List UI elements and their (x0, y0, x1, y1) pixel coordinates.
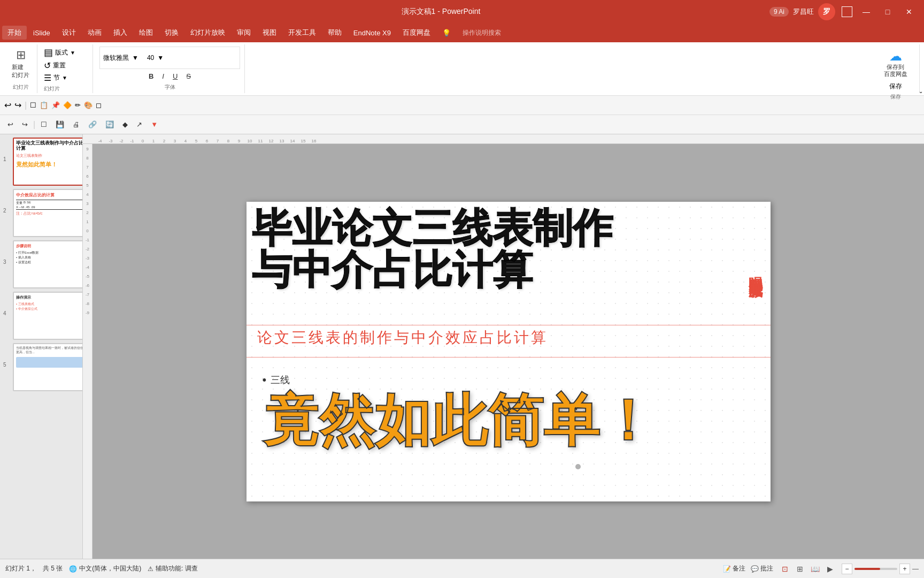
menu-item-developer[interactable]: 开发工具 (283, 26, 321, 40)
font-dropdown-arrow[interactable]: ▼ (132, 54, 138, 62)
slideshow-button[interactable]: ▶ (823, 562, 836, 575)
v-ruler-mark: -3 (86, 256, 89, 261)
menu-item-review[interactable]: 审阅 (232, 26, 256, 40)
zoom-slider[interactable] (854, 568, 897, 570)
slide-thumb-4[interactable]: 操作演示 • 三线表格式• 中介效应公式 (13, 292, 83, 340)
minimize-button[interactable]: — (857, 4, 876, 19)
v-ruler-mark: 5 (86, 183, 88, 188)
ribbon-expand-button[interactable]: ⌄ (919, 88, 923, 94)
slide-thumb-content-5: 当机器视角与调查结果相一致时，被试者的信任更高，但当... (14, 344, 83, 390)
v-ruler-mark: 7 (86, 165, 88, 170)
tool-print[interactable]: 🖨 (70, 119, 83, 130)
menu-item-slideshow[interactable]: 幻灯片放映 (185, 26, 230, 40)
menu-item-start[interactable]: 开始 (2, 26, 27, 40)
guide-line-h1 (247, 325, 771, 325)
menu-item-animation[interactable]: 动画 (82, 26, 107, 40)
tool-rotate[interactable]: 🔄 (102, 119, 117, 130)
format-button2[interactable]: 📋 (40, 101, 48, 109)
slide-content[interactable]: 毕业论文三线表制作 与中介占比计算 论文三线表的制作与中介效应占比计算 • 三线 (247, 202, 771, 501)
italic-button[interactable]: I (159, 71, 167, 81)
slide-main-title[interactable]: 毕业论文三线表制作 与中介占比计算 (252, 207, 744, 292)
accessibility-icon: ⚠ (148, 565, 153, 573)
close-button[interactable]: ✕ (899, 4, 919, 19)
menu-item-baidu[interactable]: 百度网盘 (397, 26, 436, 40)
slides-group-label: 幻灯片 (13, 81, 29, 91)
ruler-mark: 9 (234, 139, 244, 143)
font-selector[interactable]: 微软雅黑 ▼ 40 ▼ (99, 47, 240, 69)
v-ruler-mark: 9 (86, 147, 88, 151)
eraser-button[interactable]: ◻ (96, 101, 102, 109)
ruler-mark: -4 (95, 139, 105, 143)
color-button[interactable]: 🎨 (84, 101, 93, 109)
menu-item-help[interactable]: 帮助 (322, 26, 347, 40)
new-slide-button[interactable]: ⊞ 新建幻灯片 (9, 47, 33, 81)
slide-thumb-2[interactable]: 中介效应占比的计算 变量BSE X→M.45.09 注：占比=a×b/c (13, 189, 83, 237)
reading-view-button[interactable]: 📖 (808, 562, 821, 575)
thumb5-content: 当机器视角与调查结果相一致时，被试者的信任更高，但当... (16, 346, 83, 355)
shapes-button[interactable]: 🔶 (63, 101, 72, 109)
zoom-slider-area: − + — (842, 564, 919, 574)
thumb3-content: • 打开Excel数据• 插入表格• 设置边框 (16, 250, 83, 265)
slide-thumb-3[interactable]: 步骤说明 • 打开Excel数据• 插入表格• 设置边框 (13, 240, 83, 288)
notes-button[interactable]: 📝 备注 (723, 564, 745, 573)
slide-thumb-5[interactable]: 当机器视角与调查结果相一致时，被试者的信任更高，但当... (13, 343, 83, 391)
paste-button[interactable]: 📌 (51, 101, 60, 109)
thumb4-title: 操作演示 (16, 295, 83, 300)
strikethrough-button[interactable]: S (183, 71, 194, 81)
maximize-button[interactable]: □ (878, 4, 897, 19)
bold-button[interactable]: B (145, 71, 157, 81)
ad-text-right: 喝着肥仔水喊减肥 (748, 266, 764, 275)
tool-redo2[interactable]: ↪ (19, 119, 31, 130)
zoom-out-button[interactable]: − (842, 564, 852, 574)
avatar[interactable]: 罗 (818, 3, 835, 20)
slide-subtitle[interactable]: 论文三线表的制作与中介效应占比计算 (257, 328, 744, 348)
menu-item-view[interactable]: 视图 (257, 26, 282, 40)
redo-button[interactable]: ↪ (14, 100, 21, 110)
tool-diamond[interactable]: ◆ (119, 119, 131, 130)
slide-thumb-1[interactable]: 毕业论文三线表制作与中介占比计算 论文三线表制作 竟然如此简单！ (13, 138, 83, 186)
select-all-button[interactable]: ☐ (30, 101, 36, 109)
v-ruler-mark: -4 (86, 265, 89, 270)
pen-button[interactable]: ✏ (75, 101, 81, 109)
tool-link[interactable]: 🔗 (85, 119, 100, 130)
zoom-in-button[interactable]: + (899, 564, 910, 574)
menu-item-islide[interactable]: iSlide (28, 27, 56, 39)
comments-button[interactable]: 💬 批注 (751, 564, 773, 573)
undo-button[interactable]: ↩ (4, 100, 11, 110)
ribbon-group-save: ☁ 保存到百度网盘 保存 保存 (872, 44, 920, 93)
tool-arrow[interactable]: ↗ (133, 119, 145, 130)
save-button[interactable]: 保存 (889, 82, 902, 91)
restore-window-button[interactable] (842, 6, 852, 17)
menu-item-lightbulb[interactable]: 💡 (437, 27, 456, 39)
thumb2-note: 注：占比=a×b/c (16, 211, 83, 216)
statusbar-right: 📝 备注 💬 批注 ⊡ ⊞ 📖 ▶ − + — (723, 562, 919, 575)
quick-access-bar: ↩ ↪ | ☐ 📋 📌 🔶 ✏ 🎨 ◻ (0, 96, 924, 115)
menu-item-design[interactable]: 设计 (57, 26, 81, 40)
slide-orange-text[interactable]: 竟然如此简单！ (263, 384, 744, 459)
menu-item-transition[interactable]: 切换 (159, 26, 184, 40)
font-size-arrow[interactable]: ▼ (157, 54, 164, 62)
tool-save-local[interactable]: 💾 (52, 119, 67, 130)
menu-item-endnote[interactable]: EndNote X9 (348, 27, 396, 39)
normal-view-button[interactable]: ⊡ (779, 562, 791, 575)
underline-button[interactable]: U (170, 71, 181, 81)
v-ruler-mark: -8 (86, 301, 89, 306)
tool-undo2[interactable]: ↩ (4, 119, 17, 130)
thumb1-orange: 竟然如此简单！ (16, 161, 83, 169)
ruler-mark: 11 (255, 139, 266, 143)
accessibility-info[interactable]: ⚠ 辅助功能: 调查 (148, 564, 198, 573)
search-box[interactable]: 操作说明搜索 (457, 26, 922, 40)
titlebar-title: 演示文稿1 - PowerPoint (112, 7, 769, 17)
slide-num-5: 5 (3, 362, 6, 368)
menu-item-draw[interactable]: 绘图 (134, 26, 158, 40)
v-ruler-mark: -2 (86, 247, 89, 252)
tool-color2[interactable]: ▼ (148, 119, 161, 130)
menu-item-insert[interactable]: 插入 (108, 26, 133, 40)
slide-num-1: 1 (3, 156, 6, 162)
save-baidu-button[interactable]: ☁ 保存到百度网盘 (879, 47, 913, 80)
slide-sorter-button[interactable]: ⊞ (794, 562, 806, 575)
tool-box[interactable]: ☐ (37, 119, 50, 130)
slide-thumb-content-4: 操作演示 • 三线表格式• 中介效应公式 (14, 293, 83, 339)
slide-canvas[interactable]: 毕业论文三线表制作 与中介占比计算 论文三线表的制作与中介效应占比计算 • 三线 (93, 144, 924, 559)
notification-badge[interactable]: 9 Ai (769, 7, 789, 17)
